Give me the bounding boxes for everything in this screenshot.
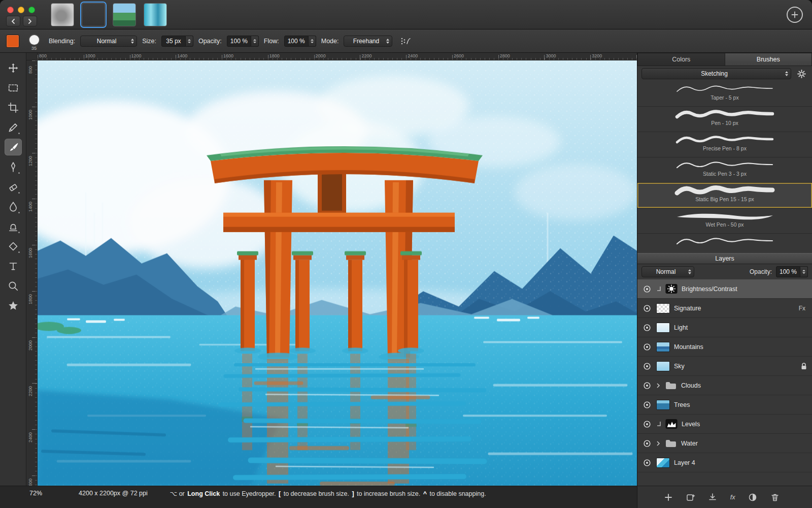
visibility-toggle[interactable] bbox=[642, 419, 652, 429]
ruler-label: 1600 bbox=[223, 53, 233, 58]
document-thumbnail-torii[interactable] bbox=[82, 3, 105, 26]
mode-label: Mode: bbox=[321, 38, 339, 45]
selection-tool[interactable] bbox=[5, 79, 22, 96]
pen-tool[interactable] bbox=[5, 158, 22, 175]
trash-icon bbox=[770, 493, 780, 502]
brush-label: Pen - 10 px bbox=[711, 120, 738, 126]
brush-category-popup[interactable]: Sketching bbox=[641, 68, 791, 79]
layer-row-light[interactable]: Light bbox=[637, 318, 812, 337]
document-info: 4200 x 2200px @ 72 ppi bbox=[79, 490, 148, 497]
brush-pen-10-px[interactable]: Pen - 10 px bbox=[637, 107, 812, 132]
smudge-tool[interactable] bbox=[5, 198, 22, 215]
layer-row-clouds[interactable]: Clouds bbox=[637, 376, 812, 395]
visibility-toggle[interactable] bbox=[642, 303, 652, 313]
paintbrush-tool[interactable] bbox=[5, 139, 22, 155]
opacity-field[interactable]: 100 % bbox=[227, 36, 259, 47]
tab-colors[interactable]: Colors bbox=[637, 53, 725, 66]
layer-thumbnail bbox=[656, 342, 670, 352]
size-field[interactable]: 35 px bbox=[161, 36, 193, 47]
eraser-tool[interactable] bbox=[5, 178, 22, 195]
blending-popup[interactable]: Normal bbox=[80, 36, 137, 47]
visibility-toggle[interactable] bbox=[642, 342, 652, 352]
canvas[interactable] bbox=[38, 60, 637, 486]
flow-value[interactable]: 100 % bbox=[284, 36, 309, 47]
group-expand-toggle[interactable] bbox=[656, 440, 661, 447]
merge-down-button[interactable] bbox=[708, 493, 717, 502]
opacity-value[interactable]: 100 % bbox=[227, 36, 251, 47]
document-thumbnail-landscape[interactable] bbox=[113, 3, 136, 26]
layer-effects-button[interactable]: fx bbox=[730, 493, 735, 501]
visibility-toggle[interactable] bbox=[642, 458, 652, 468]
visibility-toggle[interactable] bbox=[642, 284, 652, 294]
visibility-toggle[interactable] bbox=[642, 400, 652, 410]
brightness-adjustment-icon bbox=[665, 284, 678, 294]
add-layer-button[interactable] bbox=[664, 493, 673, 502]
brush-static-big-pen-15-15-px[interactable]: Static Big Pen 15 - 15 px bbox=[637, 183, 812, 208]
clone-tool[interactable] bbox=[5, 218, 22, 235]
layer-row-trees[interactable]: Trees bbox=[637, 395, 812, 415]
flow-stepper[interactable] bbox=[309, 36, 316, 47]
crop-tool[interactable] bbox=[5, 99, 22, 116]
layer-row-water[interactable]: Water bbox=[637, 434, 812, 453]
layer-row-levels[interactable]: Levels bbox=[637, 415, 812, 434]
layer-opacity-field[interactable]: 100 % bbox=[776, 266, 808, 277]
eye-icon bbox=[642, 342, 652, 352]
adjustment-button[interactable] bbox=[748, 493, 757, 502]
visibility-toggle[interactable] bbox=[642, 361, 652, 371]
layer-row-sky[interactable]: Sky bbox=[637, 357, 812, 376]
add-mask-button[interactable] bbox=[686, 493, 695, 502]
vertical-ruler: 800100012001400160018002000220024002600 bbox=[26, 60, 38, 486]
visibility-toggle[interactable] bbox=[642, 438, 652, 449]
hint-text: to disable snapping. bbox=[429, 490, 486, 497]
favorites-tool[interactable] bbox=[5, 297, 22, 314]
forward-button[interactable] bbox=[23, 16, 37, 26]
brush-static-pen-3-3-px[interactable]: Static Pen 3 - 3 px bbox=[637, 157, 812, 183]
mode-popup[interactable]: Freehand bbox=[344, 36, 392, 47]
visibility-toggle[interactable] bbox=[642, 380, 652, 391]
brush-partial[interactable] bbox=[637, 234, 812, 253]
gradient-tool[interactable] bbox=[5, 238, 22, 255]
minimize-button[interactable] bbox=[18, 7, 24, 13]
ruler-label: 1800 bbox=[28, 294, 33, 304]
size-stepper[interactable] bbox=[186, 36, 193, 47]
pencil-tool[interactable] bbox=[5, 119, 22, 136]
layer-thumbnail bbox=[656, 458, 670, 468]
fullscreen-button[interactable] bbox=[28, 7, 35, 13]
brush-settings-button[interactable] bbox=[795, 68, 808, 80]
group-expand-toggle[interactable] bbox=[656, 383, 661, 389]
flow-field[interactable]: 100 % bbox=[284, 36, 316, 47]
blending-value: Normal bbox=[86, 38, 127, 45]
close-button[interactable] bbox=[7, 7, 14, 13]
popup-chevrons-icon bbox=[131, 39, 134, 44]
text-tool[interactable] bbox=[5, 258, 22, 274]
brush-precise-pen-8-px[interactable]: Precise Pen - 8 px bbox=[637, 132, 812, 157]
layer-row-layer-4[interactable]: Layer 4 bbox=[637, 453, 812, 472]
opacity-stepper[interactable] bbox=[251, 36, 259, 47]
layer-blend-popup[interactable]: Normal bbox=[641, 266, 694, 277]
brush-wet-pen-50-px[interactable]: Wet Pen - 50 px bbox=[637, 208, 812, 234]
ruler-label: 2600 bbox=[28, 479, 33, 486]
layer-opacity-stepper[interactable] bbox=[800, 266, 808, 277]
flyout-indicator bbox=[18, 192, 20, 194]
move-tool[interactable] bbox=[5, 59, 22, 76]
layer-row-signature[interactable]: SignatureFx bbox=[637, 299, 812, 318]
back-button[interactable] bbox=[6, 16, 20, 26]
layer-row-brightness-contrast[interactable]: Brightness/Contrast bbox=[637, 279, 812, 299]
add-mask-icon bbox=[686, 493, 695, 502]
brush-category-row: Sketching bbox=[637, 66, 812, 81]
layer-opacity-value[interactable]: 100 % bbox=[776, 266, 800, 277]
size-value[interactable]: 35 px bbox=[161, 36, 186, 47]
document-thumbnail-sketch[interactable] bbox=[51, 3, 74, 26]
zoom-tool[interactable] bbox=[5, 277, 22, 294]
color-swatch[interactable] bbox=[6, 35, 19, 48]
blending-label: Blending: bbox=[49, 38, 75, 45]
brush-taper-5-px[interactable]: Taper - 5 px bbox=[637, 81, 812, 107]
document-thumbnail-waterfall[interactable] bbox=[144, 3, 167, 26]
eye-icon bbox=[642, 304, 652, 313]
new-document-button[interactable] bbox=[787, 7, 803, 23]
tab-brushes[interactable]: Brushes bbox=[725, 53, 812, 66]
layer-row-mountains[interactable]: Mountains bbox=[637, 337, 812, 357]
delete-layer-button[interactable] bbox=[770, 493, 780, 502]
stabilizer-button[interactable] bbox=[397, 35, 414, 47]
visibility-toggle[interactable] bbox=[642, 323, 652, 333]
